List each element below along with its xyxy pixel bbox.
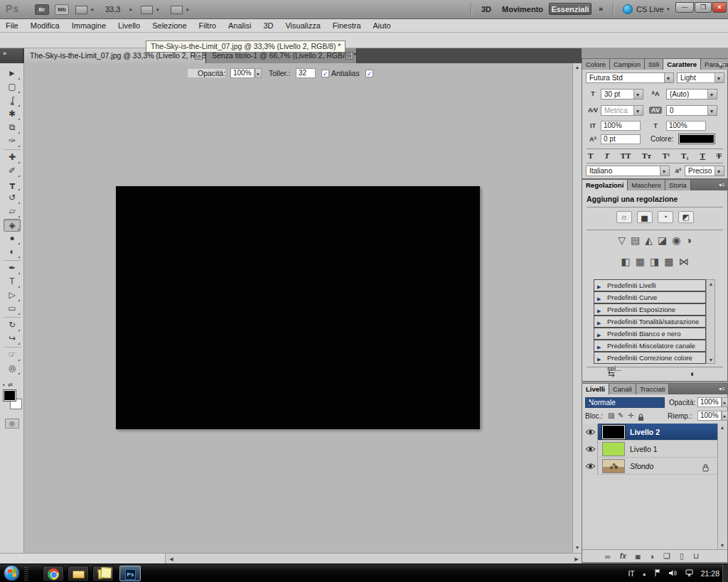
marquee-tool[interactable]: ▢ [4, 81, 21, 94]
scroll-down-icon[interactable]: ▼ [707, 356, 715, 365]
view-extras-arrow-icon[interactable]: ▾ [91, 7, 94, 13]
foreground-color-swatch[interactable] [4, 390, 16, 401]
mini-bridge-button[interactable]: Mb [55, 4, 69, 15]
brightness-contrast-icon[interactable]: ☼ [616, 211, 632, 223]
taskbar-chrome-button[interactable] [43, 566, 64, 581]
path-selection-tool[interactable]: ▷ [4, 289, 21, 302]
zoom-tool[interactable]: ◎ [4, 362, 21, 375]
scroll-up-icon[interactable]: ▲ [707, 280, 715, 289]
brush-tool[interactable]: ✐ [4, 165, 21, 178]
panel-menu-icon[interactable]: ▾≡ [719, 386, 725, 392]
lock-paint-icon[interactable]: ✎ [618, 411, 623, 419]
layers-scrollbar[interactable]: ▲ ▼ [717, 424, 727, 550]
lock-all-icon[interactable] [638, 411, 644, 424]
exposure-icon[interactable]: ◩ [678, 211, 694, 223]
scroll-up-icon[interactable]: ▲ [573, 63, 582, 72]
visibility-eye-icon[interactable] [583, 441, 598, 458]
menu-3d[interactable]: 3D [263, 21, 273, 30]
rotate-3d-tool[interactable]: ↻ [4, 319, 21, 332]
anti-alias-select[interactable]: Preciso [685, 166, 724, 176]
layer-thumbnail[interactable] [602, 459, 625, 473]
preset-levels[interactable]: Predefiniti Livelli [594, 279, 706, 291]
close-button[interactable]: × [712, 2, 727, 13]
lock-transparency-icon[interactable]: ▨ [608, 411, 614, 419]
menu-finestra[interactable]: Finestra [333, 21, 361, 30]
color-balance-icon[interactable]: ◭ [645, 234, 653, 247]
clone-stamp-tool[interactable]: ┳ [4, 178, 21, 191]
underline-button[interactable]: T [700, 151, 705, 160]
screen-mode-arrow-icon[interactable]: ▾ [186, 7, 189, 13]
document-image[interactable] [116, 186, 480, 429]
close-tab-icon[interactable]: × [195, 52, 203, 60]
horizontal-scale-field[interactable]: 100% [666, 121, 706, 131]
shape-tool[interactable]: ▭ [4, 303, 21, 316]
restore-button[interactable]: ❒ [695, 2, 712, 13]
bridge-button[interactable]: Br [35, 4, 49, 15]
opacity-field[interactable]: 100% [230, 68, 255, 78]
preset-channel-mixer[interactable]: Predefiniti Miscelatore canale [594, 340, 706, 352]
tab-canali[interactable]: Canali [609, 384, 636, 394]
minimize-button[interactable]: — [675, 2, 694, 13]
pen-tool[interactable]: ✒ [4, 262, 21, 275]
menu-modifica[interactable]: Modifica [31, 21, 60, 30]
hidden-icons-arrow-icon[interactable]: ▲ [642, 571, 647, 576]
faux-bold-button[interactable]: T [588, 151, 593, 160]
layer-name[interactable]: Livello 1 [630, 445, 658, 453]
action-center-flag-icon[interactable] [654, 567, 661, 580]
new-group-icon[interactable]: ❏ [663, 551, 670, 561]
type-tool[interactable]: T [4, 276, 21, 289]
clip-to-layer-icon[interactable]: ◐ [690, 369, 695, 379]
tab-storia[interactable]: Storia [665, 180, 691, 190]
start-button[interactable] [4, 565, 20, 581]
workspace-overflow-button[interactable]: » [599, 4, 603, 13]
levels-icon[interactable]: ▅ [637, 211, 653, 223]
scroll-right-icon[interactable]: ▶ [572, 555, 581, 564]
workspace-essenziali-button[interactable]: Essenziali [549, 3, 592, 15]
view-extras-icon[interactable] [75, 6, 87, 14]
show-desktop-button[interactable] [722, 564, 728, 582]
small-caps-button[interactable]: Tᴛ [642, 151, 651, 160]
menu-visualizza[interactable]: Visualizza [285, 21, 320, 30]
menu-file[interactable]: File [6, 21, 18, 30]
tab-livelli[interactable]: Livelli [582, 384, 609, 394]
volume-icon[interactable] [668, 567, 678, 580]
chevron-down-icon[interactable] [707, 90, 717, 99]
taskbar-explorer-button[interactable] [68, 566, 89, 581]
new-layer-icon[interactable]: ▯ [680, 551, 684, 561]
menu-livello[interactable]: Livello [118, 21, 140, 30]
blend-mode-select[interactable]: Normale [585, 397, 665, 408]
hand-tool[interactable]: ☞ [4, 349, 21, 362]
tracking-select[interactable]: 0 [666, 105, 717, 116]
layers-opacity-field[interactable]: 100% [697, 397, 722, 407]
dodge-tool[interactable]: ◐ [4, 246, 21, 259]
scroll-left-icon[interactable]: ◀ [167, 555, 176, 564]
tab-tracciati[interactable]: Tracciati [636, 384, 670, 394]
layer-thumbnail[interactable] [602, 442, 625, 456]
panel-menu-icon[interactable]: ▾≡ [719, 61, 725, 68]
add-layer-mask-icon[interactable]: ◙ [636, 552, 641, 561]
font-family-select[interactable]: Futura Std [586, 72, 674, 83]
vertical-scale-field[interactable]: 100% [601, 121, 641, 131]
strikethrough-button[interactable]: T [717, 151, 722, 160]
language-indicator[interactable]: IT [628, 569, 634, 578]
font-style-select[interactable]: Light [677, 72, 724, 83]
chevron-down-icon[interactable] [714, 166, 724, 176]
clock[interactable]: 21:28 [701, 569, 719, 578]
presets-scrollbar[interactable]: ▲ ▼ [706, 279, 715, 364]
superscript-button[interactable]: T¹ [663, 151, 670, 160]
subscript-button[interactable]: T₁ [681, 151, 689, 160]
text-color-swatch[interactable] [679, 134, 714, 144]
invert-icon[interactable]: ◧ [621, 255, 631, 268]
return-to-list-icon[interactable]: ⇆ [608, 369, 615, 379]
eraser-tool[interactable]: ▱ [4, 205, 21, 218]
fill-spinner[interactable]: ▸ [722, 411, 728, 421]
black-white-icon[interactable]: ◪ [658, 234, 667, 247]
menu-aiuto[interactable]: Aiuto [373, 21, 391, 30]
preset-selective-color[interactable]: Predefiniti Correzione colore sel... [594, 352, 706, 364]
taskbar-photoshop-button[interactable]: Ps [119, 566, 141, 581]
threshold-icon[interactable]: ◨ [650, 255, 659, 268]
scroll-up-icon[interactable]: ▲ [718, 424, 727, 432]
gradient-map-icon[interactable]: ▩ [664, 255, 673, 268]
menu-selezione[interactable]: Selezione [152, 21, 186, 30]
menu-filtro[interactable]: Filtro [199, 21, 216, 30]
